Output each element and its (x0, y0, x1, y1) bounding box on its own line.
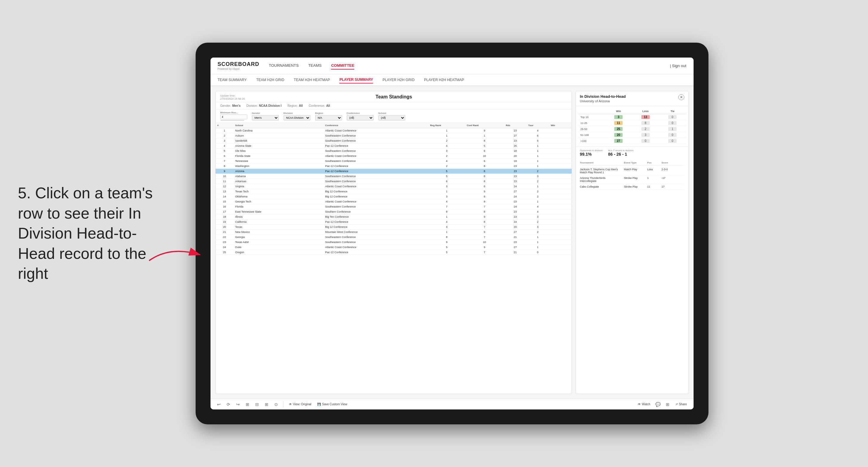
table-row[interactable]: 10 Alabama Southeastern Conference 5 8 2… (216, 174, 571, 179)
subnav-team-h2h-grid[interactable]: TEAM H2H GRID (256, 76, 284, 83)
clock-icon[interactable]: ⊙ (273, 401, 280, 408)
annotation-text: 5. Click on a team's row to see their In… (18, 183, 161, 284)
share-button[interactable]: ↗ Share (674, 402, 689, 406)
grid-icon[interactable]: ⊞ (664, 401, 671, 408)
table-row[interactable]: 23 Texas A&M Southeastern Conference 9 1… (216, 240, 571, 245)
nav-committee[interactable]: COMMITTEE (331, 62, 354, 69)
table-row[interactable]: 9 Arizona Pac-12 Conference 5 8 23 2 (216, 169, 571, 174)
cell-tour: 2 (527, 179, 549, 184)
table-row[interactable]: 12 Virginia Atlantic Coast Conference 3 … (216, 184, 571, 189)
panel-title: Team Standings (376, 94, 412, 100)
copy-icon[interactable]: ⊞ (244, 401, 251, 408)
h2h-cell-label: 11-25 (578, 120, 605, 126)
h2h-cell-tie: 0 (659, 132, 686, 138)
cell-rank: 13 (216, 189, 234, 194)
cell-tour: 1 (527, 245, 549, 250)
cell-rank: 24 (216, 245, 234, 250)
paste-icon[interactable]: ⊟ (253, 401, 260, 408)
col-rank: # (216, 123, 234, 128)
cell-school: California (234, 219, 323, 224)
cell-school: Arizona (234, 169, 323, 174)
subnav-player-summary[interactable]: PLAYER SUMMARY (339, 76, 373, 84)
h2h-row: Top 10 3 13 0 (578, 114, 686, 120)
redo-icon[interactable]: ↪ (235, 401, 242, 408)
cell-conference: Big 12 Conference (323, 189, 429, 194)
slider-track[interactable] (220, 120, 244, 121)
cell-rank: 11 (216, 179, 234, 184)
table-row[interactable]: 24 Duke Atlantic Coast Conference 5 9 27… (216, 245, 571, 250)
tournament-list: Jackson T. Stephens Cup Men's Match Play… (580, 167, 684, 190)
h2h-school: University of Arizona (580, 99, 626, 103)
cell-reg-rank: 4 (429, 144, 465, 149)
cell-conference: Southeastern Conference (323, 159, 429, 164)
cell-win (549, 240, 571, 245)
subnav-team-h2h-heatmap[interactable]: TEAM H2H HEATMAP (294, 76, 330, 83)
table-row[interactable]: 11 Arkansas Southeastern Conference 6 8 … (216, 179, 571, 184)
toolbar-right: 👁 Watch 💬 ⊞ ↗ Share (636, 401, 689, 408)
cell-rds: 27 (504, 245, 526, 250)
cell-tour: 1 (527, 184, 549, 189)
watch-button[interactable]: 👁 Watch (636, 402, 652, 406)
table-row[interactable]: 4 Arizona State Pac-12 Conference 4 5 26… (216, 144, 571, 149)
table-row[interactable]: 14 Oklahoma Big 12 Conference 3 8 24 2 (216, 194, 571, 199)
table-row[interactable]: 21 New Mexico Mountain West Conference 1… (216, 229, 571, 235)
h2h-close-button[interactable]: ✕ (678, 94, 684, 100)
cell-school: East Tennessee State (234, 209, 323, 214)
cell-reg-rank: 4 (429, 159, 465, 164)
cell-rank: 22 (216, 235, 234, 240)
table-row[interactable]: 8 Washington Pac-12 Conference 2 8 23 1 (216, 164, 571, 169)
gender-select[interactable]: Men's (252, 115, 279, 121)
subnav-player-h2h-grid[interactable]: PLAYER H2H GRID (382, 76, 414, 83)
table-row[interactable]: 17 East Tennessee State Southern Confere… (216, 209, 571, 214)
cell-win (549, 219, 571, 224)
table-row[interactable]: 19 California Pac-12 Conference 4 8 24 2 (216, 219, 571, 224)
table-row[interactable]: 16 Florida Southeastern Conference 7 7 2… (216, 204, 571, 209)
panel-header: Update time: 27/03/2024 16:56:26 Team St… (216, 91, 571, 102)
sign-out-button[interactable]: | Sign out (670, 64, 686, 68)
cell-conf-rank: 7 (465, 235, 504, 240)
division-select[interactable]: NCAA Division I (284, 115, 310, 121)
table-row[interactable]: 22 Georgia Southeastern Conference 8 7 2… (216, 235, 571, 240)
conference-select[interactable]: (All) (347, 115, 374, 121)
cell-conference: Pac-12 Conference (323, 164, 429, 169)
save-custom-button[interactable]: 💾 Save Custom View (315, 402, 349, 406)
cell-rank: 7 (216, 159, 234, 164)
cell-conference: Southeastern Conference (323, 174, 429, 179)
table-row[interactable]: 1 North Carolina Atlantic Coast Conferen… (216, 128, 571, 133)
min-rounds-input[interactable] (220, 115, 247, 119)
school-select[interactable]: (All) (378, 115, 405, 121)
crop-icon[interactable]: ⊞ (263, 401, 270, 408)
table-row[interactable]: 15 Georgia Tech Atlantic Coast Conferenc… (216, 199, 571, 204)
controls-row: Minimum Rou... Gender Men's (216, 110, 571, 123)
school-control: School (All) (378, 112, 405, 121)
table-row[interactable]: 25 Oregon Pac-12 Conference 5 7 21 0 (216, 250, 571, 255)
cell-school: Tennessee (234, 159, 323, 164)
subnav-team-summary[interactable]: TEAM SUMMARY (218, 76, 247, 83)
table-row[interactable]: 7 Tennessee Southeastern Conference 4 6 … (216, 159, 571, 164)
view-original-button[interactable]: 👁 View: Original (287, 402, 313, 406)
cell-school: Oklahoma (234, 194, 323, 199)
region-select[interactable]: N/A (315, 115, 342, 121)
nav-teams[interactable]: TEAMS (308, 62, 322, 69)
table-row[interactable]: 2 Auburn Southeastern Conference 1 1 27 … (216, 133, 571, 138)
cell-win (549, 154, 571, 159)
nav-tournaments[interactable]: TOURNAMENTS (269, 62, 299, 69)
refresh-icon[interactable]: ⟳ (225, 401, 232, 408)
cell-reg-rank: 2 (429, 154, 465, 159)
h2h-cell-loss: 0 (632, 138, 659, 144)
cell-conference: Mountain West Conference (323, 229, 429, 235)
h2h-cell-loss: 13 (632, 114, 659, 120)
table-row[interactable]: 18 Illinois Big Ten Conference 1 9 23 3 (216, 214, 571, 219)
cell-school: Virginia (234, 184, 323, 189)
cell-win (549, 194, 571, 199)
table-row[interactable]: 5 Ole Miss Southeastern Conference 3 6 1… (216, 149, 571, 154)
cell-rds: 23 (504, 169, 526, 174)
table-row[interactable]: 20 Texas Big 12 Conference 3 7 20 3 (216, 224, 571, 229)
subnav-player-h2h-heatmap[interactable]: PLAYER H2H HEATMAP (424, 76, 464, 83)
table-row[interactable]: 13 Texas Tech Big 12 Conference 1 9 27 2 (216, 189, 571, 194)
undo-icon[interactable]: ↩ (215, 401, 222, 408)
comment-icon[interactable]: 💬 (654, 401, 662, 408)
nav-links: TOURNAMENTS TEAMS COMMITTEE (269, 62, 670, 69)
table-row[interactable]: 3 Vanderbilt Southeastern Conference 2 8… (216, 138, 571, 144)
table-row[interactable]: 6 Florida State Atlantic Coast Conferenc… (216, 154, 571, 159)
